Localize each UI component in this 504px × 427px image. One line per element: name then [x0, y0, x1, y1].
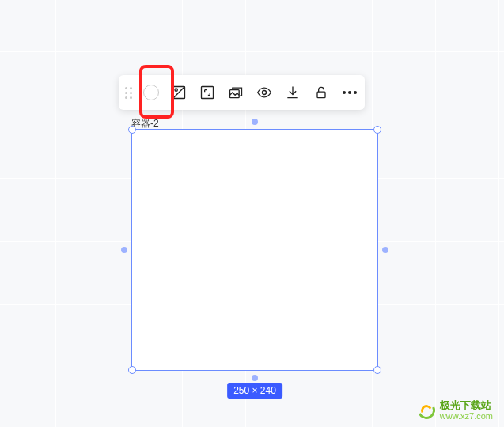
svg-rect-2 — [202, 87, 214, 99]
watermark: 极光下载站 www.xz7.com — [418, 400, 493, 421]
edge-handle-top[interactable] — [252, 119, 258, 125]
resize-handle-bottom-left[interactable] — [128, 366, 136, 374]
size-badge: 250 × 240 — [227, 383, 282, 399]
resize-handle-top-right[interactable] — [373, 126, 381, 134]
edge-handle-left[interactable] — [121, 247, 127, 253]
more-menu-icon[interactable] — [341, 84, 358, 101]
resize-handle-top-left[interactable] — [128, 126, 136, 134]
svg-rect-5 — [317, 92, 325, 98]
replace-image-icon[interactable] — [227, 84, 244, 101]
floating-toolbar — [119, 75, 365, 110]
design-canvas[interactable]: 容器-2 250 × 240 极光下载站 www.xz7.com — [0, 0, 504, 427]
watermark-logo-icon — [418, 402, 435, 419]
edge-handle-right[interactable] — [382, 247, 388, 253]
edge-handle-bottom[interactable] — [252, 375, 258, 381]
download-icon[interactable] — [284, 84, 301, 101]
watermark-url: www.xz7.com — [440, 411, 493, 421]
drag-handle-icon[interactable] — [125, 87, 132, 99]
preview-eye-icon[interactable] — [256, 84, 273, 101]
resize-handle-bottom-right[interactable] — [373, 366, 381, 374]
watermark-title: 极光下载站 — [440, 400, 493, 411]
image-fill-icon[interactable] — [170, 84, 188, 101]
unlock-icon[interactable] — [313, 84, 330, 101]
svg-point-1 — [175, 89, 177, 91]
fill-color-icon[interactable] — [143, 85, 159, 100]
svg-point-4 — [263, 91, 267, 95]
auto-resize-icon[interactable] — [199, 84, 216, 101]
selected-container[interactable]: 250 × 240 — [131, 129, 378, 371]
